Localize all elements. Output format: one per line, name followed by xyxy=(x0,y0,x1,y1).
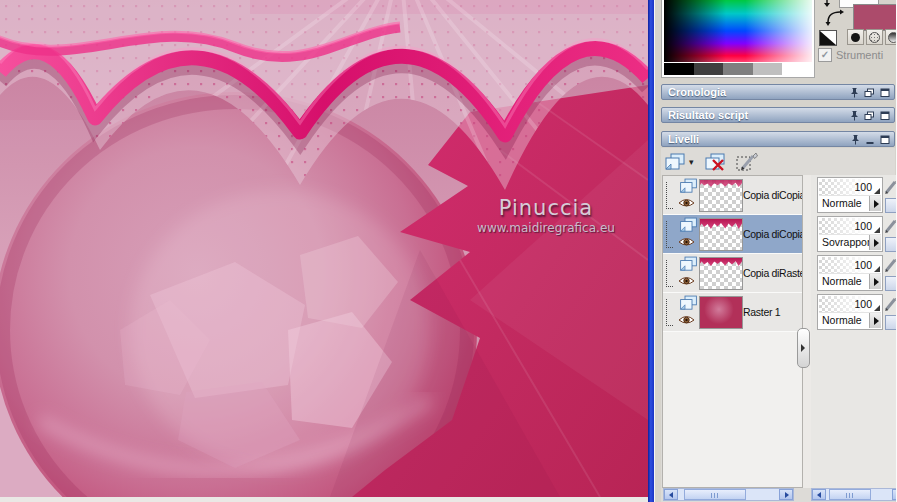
minimize-icon[interactable] xyxy=(865,135,875,145)
gray-swatch[interactable] xyxy=(753,63,783,75)
layer-pages-icon xyxy=(678,217,699,234)
blend-mode-dropdown[interactable]: Normale xyxy=(819,313,881,328)
watermark-name: Pinuccia xyxy=(446,196,646,220)
scrollbar-thumb[interactable] xyxy=(829,489,871,500)
opacity-slider[interactable]: 100 xyxy=(819,296,881,313)
layer-row[interactable]: Copia diCopia d xyxy=(663,176,802,215)
style-texture-button[interactable] xyxy=(866,29,883,45)
chevron-down-icon: ▾ xyxy=(689,158,694,167)
layer-name: Copia diCopia d xyxy=(743,228,803,240)
layer-name: Copia diRaster xyxy=(743,267,803,279)
canvas-bottom-edge xyxy=(0,497,648,502)
panel-splitter-handle[interactable] xyxy=(797,328,810,368)
layer-row[interactable]: Raster 1 xyxy=(663,293,802,332)
opacity-slider-thumb[interactable] xyxy=(874,266,880,272)
style-color-button[interactable] xyxy=(847,29,864,45)
properties-scrollbar[interactable] xyxy=(811,488,897,501)
grayscale-swatches[interactable] xyxy=(664,63,812,75)
scroll-left-button[interactable] xyxy=(664,489,678,500)
rainbow-picker-area[interactable] xyxy=(664,0,812,62)
blend-mode-value: Normale xyxy=(822,275,862,287)
maximize-icon[interactable] xyxy=(880,88,890,98)
gray-swatch[interactable] xyxy=(782,63,812,75)
scroll-left-button[interactable] xyxy=(812,489,826,500)
layer-pages-icon xyxy=(678,295,699,312)
layers-toolbar: ▾ xyxy=(663,150,760,174)
material-style-buttons xyxy=(847,29,897,45)
opacity-slider[interactable]: 100 xyxy=(819,179,881,196)
background-color-swatch[interactable] xyxy=(853,4,897,31)
solid-circle-icon xyxy=(851,33,860,42)
layer-group-line xyxy=(666,299,673,326)
history-title: Cronologia xyxy=(668,86,726,98)
blend-dropdown-arrow[interactable] xyxy=(869,235,881,250)
visibility-eye-icon[interactable] xyxy=(678,237,695,247)
strumenti-label: Strumenti xyxy=(836,49,883,61)
opacity-slider[interactable]: 100 xyxy=(819,218,881,235)
blend-dropdown-arrow[interactable] xyxy=(869,274,881,289)
delete-layer-button[interactable] xyxy=(703,153,727,172)
layer-group-line xyxy=(666,221,673,248)
new-layer-pages-icon xyxy=(663,153,687,172)
blend-mode-value: Sovrapponi xyxy=(822,236,875,248)
opacity-value: 100 xyxy=(854,220,872,232)
layer-list[interactable]: Copia diCopia d Copia diCopia d Copia di… xyxy=(662,175,803,488)
layers-panel-header[interactable]: Livelli xyxy=(661,131,895,147)
layer-thumbnail[interactable] xyxy=(699,179,743,212)
opacity-slider-thumb[interactable] xyxy=(874,227,880,233)
image-canvas[interactable]: Pinuccia www.maidiregrafica.eu xyxy=(0,0,648,502)
pin-icon[interactable] xyxy=(850,110,859,121)
edit-selection-brush-icon xyxy=(736,152,760,172)
layer-group-line xyxy=(666,260,673,287)
swap-colors-icon[interactable] xyxy=(824,9,846,29)
blend-mode-dropdown[interactable]: Normale xyxy=(819,274,881,289)
layer-list-scrollbar[interactable] xyxy=(663,488,794,501)
delete-layer-icon xyxy=(703,153,727,172)
blend-dropdown-arrow[interactable] xyxy=(869,313,881,328)
history-panel-header[interactable]: Cronologia xyxy=(661,84,895,100)
layer-properties: 100 Sovrapponi xyxy=(817,216,883,252)
cascade-icon[interactable] xyxy=(864,111,875,121)
layer-thumbnail[interactable] xyxy=(699,218,743,251)
updown-arrow-icon xyxy=(821,0,833,8)
blend-mode-value: Normale xyxy=(822,197,862,209)
script-result-title: Risultato script xyxy=(668,109,748,121)
maximize-icon[interactable] xyxy=(880,111,890,121)
scroll-right-button[interactable] xyxy=(779,489,793,500)
script-result-panel-header[interactable]: Risultato script xyxy=(661,107,895,123)
layer-thumbnail[interactable] xyxy=(699,296,743,329)
blend-dropdown-arrow[interactable] xyxy=(869,196,881,211)
layer-group-line xyxy=(666,182,673,209)
gray-swatch[interactable] xyxy=(694,63,724,75)
opacity-slider-thumb[interactable] xyxy=(874,188,880,194)
opacity-slider[interactable]: 100 xyxy=(819,257,881,274)
opacity-value: 100 xyxy=(854,181,872,193)
layer-properties: 100 Normale xyxy=(817,177,883,213)
edit-selection-button[interactable] xyxy=(736,152,760,172)
app-window: Pinuccia www.maidiregrafica.eu ✓ Strumen… xyxy=(0,0,897,502)
black-white-reset-icon[interactable] xyxy=(819,30,837,46)
cascade-icon[interactable] xyxy=(864,88,875,98)
layer-row-selected[interactable]: Copia diCopia d xyxy=(663,215,802,254)
right-chevron-icon xyxy=(785,492,789,498)
color-picker[interactable] xyxy=(661,0,815,78)
visibility-eye-icon[interactable] xyxy=(678,276,695,286)
pin-icon[interactable] xyxy=(851,134,860,145)
watermark-url: www.maidiregrafica.eu xyxy=(446,221,646,235)
visibility-eye-icon[interactable] xyxy=(678,315,695,325)
maximize-icon[interactable] xyxy=(880,135,890,145)
blend-mode-value: Normale xyxy=(822,314,862,326)
blend-mode-dropdown[interactable]: Normale xyxy=(819,196,881,211)
layer-thumbnail[interactable] xyxy=(699,257,743,290)
gray-swatch[interactable] xyxy=(664,63,694,75)
scrollbar-thumb[interactable] xyxy=(684,489,746,500)
pin-icon[interactable] xyxy=(850,87,859,98)
visibility-eye-icon[interactable] xyxy=(678,198,695,208)
gray-swatch[interactable] xyxy=(723,63,753,75)
opacity-slider-thumb[interactable] xyxy=(874,305,880,311)
blend-mode-dropdown[interactable]: Sovrapponi xyxy=(819,235,881,250)
layer-properties: 100 Normale xyxy=(817,294,883,330)
strumenti-checkbox[interactable]: ✓ xyxy=(818,48,832,62)
new-layer-button[interactable]: ▾ xyxy=(663,153,694,172)
layer-row[interactable]: Copia diRaster xyxy=(663,254,802,293)
